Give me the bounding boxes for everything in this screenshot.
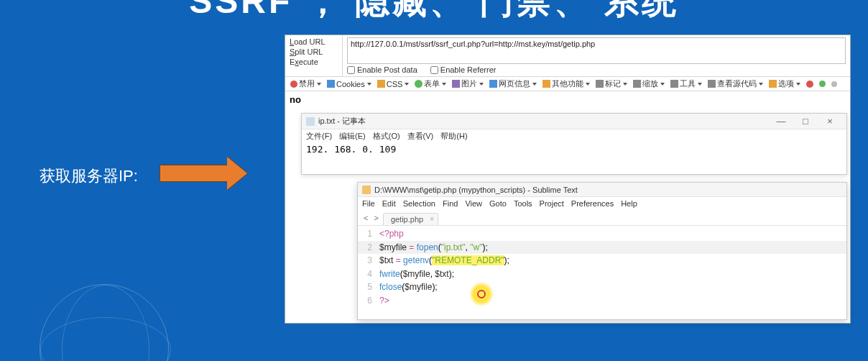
enable-referrer-checkbox[interactable]: Enable Referrer <box>430 65 497 74</box>
nav-back[interactable]: < <box>362 214 369 225</box>
page-response: no <box>285 91 850 108</box>
notepad-menu: 文件(F) 编辑(E) 格式(O) 查看(V) 帮助(H) <box>302 129 846 142</box>
st-menu-selection[interactable]: Selection <box>403 199 435 208</box>
split-url-button[interactable]: Split URL <box>288 47 339 57</box>
np-menu-edit[interactable]: 编辑(E) <box>339 131 366 142</box>
maximize-button[interactable]: □ <box>793 116 818 127</box>
np-menu-format[interactable]: 格式(O) <box>373 131 400 142</box>
file-tab[interactable]: getip.php × <box>383 213 438 225</box>
tb-tools[interactable]: 工具 <box>668 78 704 89</box>
tb-source[interactable]: 查看源代码 <box>706 78 765 89</box>
np-menu-file[interactable]: 文件(F) <box>306 131 332 142</box>
sublime-window: D:\WWW\mst\getip.php (mypython_scripts) … <box>357 182 847 320</box>
notepad-icon <box>306 117 315 126</box>
tb-status-ok[interactable] <box>817 81 828 87</box>
minimize-button[interactable]: — <box>769 116 793 127</box>
enable-post-checkbox[interactable]: Enable Post data <box>347 65 417 74</box>
st-menu-view[interactable]: View <box>465 199 482 208</box>
st-menu-help[interactable]: Help <box>621 199 637 208</box>
execute-button[interactable]: Execute <box>288 57 339 67</box>
tb-cookies[interactable]: Cookies <box>325 80 374 88</box>
sublime-tabbar: < > getip.php × <box>358 210 846 226</box>
nav-forward[interactable]: > <box>372 214 379 225</box>
st-menu-edit[interactable]: Edit <box>382 199 396 208</box>
st-menu-tools[interactable]: Tools <box>514 199 532 208</box>
server-ip-label: 获取服务器IP: <box>40 165 138 187</box>
tb-options[interactable]: 选项 <box>767 78 803 89</box>
np-menu-view[interactable]: 查看(V) <box>407 131 434 142</box>
tab-close-icon[interactable]: × <box>430 215 434 223</box>
tb-images[interactable]: 图片 <box>450 78 486 89</box>
code-editor[interactable]: 1<?php 2$myfile = fopen("ip.txt", "w"); … <box>358 226 846 309</box>
tb-zoom[interactable]: 缩放 <box>631 78 667 89</box>
tb-disable[interactable]: 禁用 <box>288 78 323 89</box>
file-tab-label: getip.php <box>391 215 423 224</box>
sublime-titlebar[interactable]: D:\WWW\mst\getip.php (mypython_scripts) … <box>358 183 846 197</box>
sublime-title-text: D:\WWW\mst\getip.php (mypython_scripts) … <box>374 186 578 194</box>
tb-status-dot[interactable] <box>829 81 839 87</box>
slide-title: SSRF ， 隐藏、 门禁、 系统 <box>0 0 868 24</box>
notepad-titlebar[interactable]: ip.txt - 记事本 — □ × <box>302 114 846 129</box>
hackbar-actions: LLoad URLoad URL Split URL Execute <box>285 35 343 76</box>
dev-toolbar: 禁用 Cookies CSS 表单 图片 网页信息 其他功能 标记 缩放 工具 … <box>285 77 850 91</box>
url-input[interactable]: http://127.0.0.1/mst/ssrf/ssrf_curl.php?… <box>347 37 846 64</box>
tb-forms[interactable]: 表单 <box>412 78 448 89</box>
tb-css[interactable]: CSS <box>375 80 412 88</box>
tb-pageinfo[interactable]: 网页信息 <box>487 78 539 89</box>
st-menu-project[interactable]: Project <box>540 199 564 208</box>
st-menu-goto[interactable]: Goto <box>489 199 507 208</box>
notepad-content[interactable]: 192. 168. 0. 109 <box>302 142 846 157</box>
st-menu-preferences[interactable]: Preferences <box>571 199 614 208</box>
hackbar: LLoad URLoad URL Split URL Execute http:… <box>285 35 850 77</box>
tb-status-stop[interactable] <box>804 81 816 88</box>
close-button[interactable]: × <box>818 116 842 127</box>
np-menu-help[interactable]: 帮助(H) <box>440 131 467 142</box>
load-url-button[interactable]: LLoad URLoad URL <box>288 37 339 47</box>
notepad-window: ip.txt - 记事本 — □ × 文件(F) 编辑(E) 格式(O) 查看(… <box>301 113 847 175</box>
sublime-menu: File Edit Selection Find View Goto Tools… <box>358 197 846 210</box>
pointer-arrow <box>160 157 253 190</box>
notepad-title-text: ip.txt - 记事本 <box>318 116 366 127</box>
tb-misc[interactable]: 其他功能 <box>540 78 592 89</box>
browser-panel: LLoad URLoad URL Split URL Execute http:… <box>285 35 851 324</box>
st-menu-find[interactable]: Find <box>443 199 458 208</box>
globe-decoration <box>40 284 169 361</box>
sublime-icon <box>362 186 371 194</box>
st-menu-file[interactable]: File <box>362 199 375 208</box>
tb-mark[interactable]: 标记 <box>594 78 629 89</box>
